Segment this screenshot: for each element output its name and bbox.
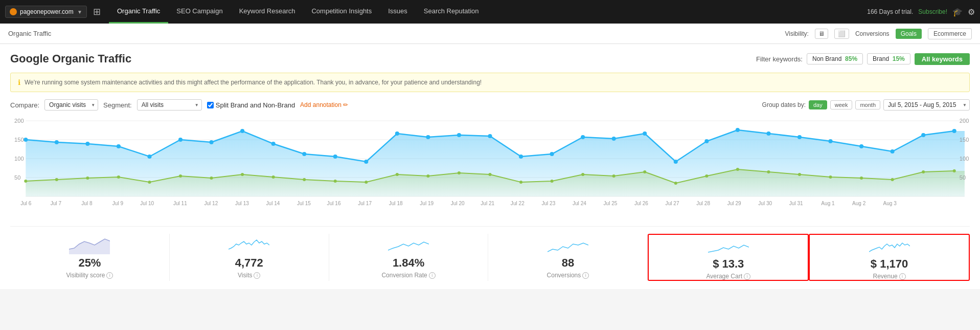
svg-point-50	[396, 173, 399, 176]
segment-select[interactable]: All visits New Visitors Returning Visito…	[137, 99, 202, 111]
visibility-info-icon[interactable]: i	[106, 272, 113, 279]
conversions-info-icon[interactable]: i	[582, 272, 589, 279]
revenue-info-icon[interactable]: i	[899, 273, 906, 280]
visits-mini-chart	[229, 234, 269, 254]
tablet-icon[interactable]: ⬜	[834, 29, 849, 39]
group-dates: Group dates by: day week month Jul 5, 20…	[762, 99, 970, 111]
svg-text:Jul 7: Jul 7	[51, 201, 62, 206]
stat-visits: 4,772 Visits i	[170, 234, 329, 281]
split-brand-checkbox[interactable]	[207, 102, 214, 108]
svg-point-47	[303, 178, 306, 181]
svg-text:50: 50	[960, 174, 966, 181]
svg-text:100: 100	[960, 156, 969, 162]
monitor-icon[interactable]: 🖥	[815, 29, 828, 39]
svg-text:Jul 17: Jul 17	[358, 201, 372, 206]
domain-selector[interactable]: pageonepower.com ▼	[5, 6, 87, 18]
stat-visibility: 25% Visibility score i	[10, 234, 170, 281]
svg-point-7	[55, 140, 59, 144]
split-brand-checkbox-label[interactable]: Split Brand and Non-Brand	[207, 101, 295, 109]
svg-text:Jul 13: Jul 13	[235, 201, 249, 206]
svg-point-42	[148, 181, 151, 184]
svg-point-33	[859, 144, 863, 148]
conversion-rate-info-icon[interactable]: i	[429, 272, 436, 279]
svg-point-35	[921, 133, 925, 137]
svg-point-53	[488, 173, 491, 176]
settings-icon[interactable]: ⚙	[968, 7, 975, 17]
svg-point-15	[302, 152, 306, 156]
svg-text:Jul 22: Jul 22	[511, 201, 525, 206]
svg-text:100: 100	[14, 156, 24, 162]
svg-text:Jul 14: Jul 14	[266, 201, 280, 206]
conversion-rate-label: Conversion Rate i	[381, 272, 435, 279]
svg-point-17	[364, 160, 368, 164]
info-icon: ℹ	[18, 78, 20, 86]
svg-text:Jul 20: Jul 20	[451, 201, 465, 206]
svg-point-25	[612, 137, 616, 141]
subscribe-link[interactable]: Subscribe!	[918, 8, 947, 15]
graduation-icon[interactable]: 🎓	[952, 7, 963, 17]
svg-text:Jul 31: Jul 31	[789, 201, 803, 206]
svg-point-59	[674, 182, 677, 185]
svg-point-10	[147, 155, 151, 159]
tab-organic-traffic[interactable]: Organic Traffic	[109, 0, 168, 24]
date-range-select[interactable]: Jul 5, 2015 - Aug 5, 2015	[883, 99, 970, 111]
tab-competition-insights[interactable]: Competition Insights	[303, 0, 380, 24]
svg-text:Jul 26: Jul 26	[634, 201, 648, 206]
nav-right: 166 Days of trial. Subscribe! 🎓 ⚙	[867, 7, 975, 17]
svg-text:Aug 2: Aug 2	[852, 201, 866, 206]
svg-text:Jul 12: Jul 12	[204, 201, 218, 206]
top-navigation: pageonepower.com ▼ ⊞ Organic Traffic SEO…	[0, 0, 980, 24]
grid-icon[interactable]: ⊞	[87, 6, 107, 17]
svg-point-49	[364, 181, 368, 184]
revenue-mini-chart	[869, 235, 910, 255]
svg-text:Jul 18: Jul 18	[389, 201, 403, 206]
compare-select[interactable]: Organic visits Sessions Users	[44, 99, 98, 111]
visibility-mini-chart	[69, 234, 110, 254]
svg-point-12	[210, 140, 214, 144]
controls-row: Compare: Organic visits Sessions Users S…	[10, 99, 970, 111]
brand-filter[interactable]: Brand 15%	[867, 53, 910, 64]
svg-point-38	[24, 180, 27, 183]
goals-button[interactable]: Goals	[896, 29, 922, 39]
compare-label: Compare:	[10, 101, 39, 109]
svg-text:Jul 9: Jul 9	[112, 201, 124, 206]
group-month-button[interactable]: month	[855, 100, 880, 109]
svg-point-46	[272, 175, 275, 179]
svg-point-22	[519, 155, 523, 159]
svg-point-9	[117, 144, 121, 148]
svg-point-44	[210, 177, 213, 180]
svg-text:Jul 28: Jul 28	[696, 201, 710, 206]
ecommerce-button[interactable]: Ecommerce	[928, 28, 972, 39]
chart-svg: 200 150 100 50 200 150 100 50 Jul 6 Jul …	[10, 116, 970, 208]
svg-point-39	[55, 178, 58, 181]
svg-text:Jul 24: Jul 24	[573, 201, 586, 206]
group-day-button[interactable]: day	[809, 100, 827, 109]
add-annotation-link[interactable]: Add annotation ✏	[300, 101, 348, 108]
conversions-label: Conversions	[855, 30, 890, 37]
avg-cart-mini-chart	[708, 235, 749, 255]
title-prefix: Google	[10, 52, 49, 65]
svg-point-27	[674, 160, 678, 164]
svg-text:Jul 8: Jul 8	[81, 201, 93, 206]
visits-info-icon[interactable]: i	[254, 272, 260, 279]
visibility-label: Visibility:	[785, 30, 808, 37]
chart-container: 200 150 100 50 200 150 100 50 Jul 6 Jul …	[10, 116, 970, 218]
tab-search-reputation[interactable]: Search Reputation	[416, 0, 487, 24]
svg-point-57	[612, 174, 616, 178]
non-brand-filter[interactable]: Non Brand 85%	[807, 53, 863, 64]
tab-issues[interactable]: Issues	[380, 0, 416, 24]
main-content: Google Organic Traffic Filter keywords: …	[0, 44, 980, 289]
all-keywords-button[interactable]: All keywords	[915, 53, 970, 65]
svg-point-67	[922, 170, 925, 173]
svg-point-52	[458, 171, 461, 174]
group-week-button[interactable]: week	[830, 100, 853, 109]
tab-seo-campaign[interactable]: SEO Campaign	[168, 0, 231, 24]
tab-keyword-research[interactable]: Keyword Research	[231, 0, 304, 24]
svg-point-28	[704, 139, 709, 143]
avg-cart-info-icon[interactable]: i	[744, 273, 750, 280]
group-dates-label: Group dates by:	[762, 101, 806, 108]
sub-header: Organic Traffic Visibility: 🖥 ⬜ Conversi…	[0, 24, 980, 44]
svg-text:150: 150	[960, 137, 969, 143]
sub-header-right: Visibility: 🖥 ⬜ Conversions Goals Ecomme…	[785, 28, 972, 39]
svg-point-13	[240, 129, 244, 133]
